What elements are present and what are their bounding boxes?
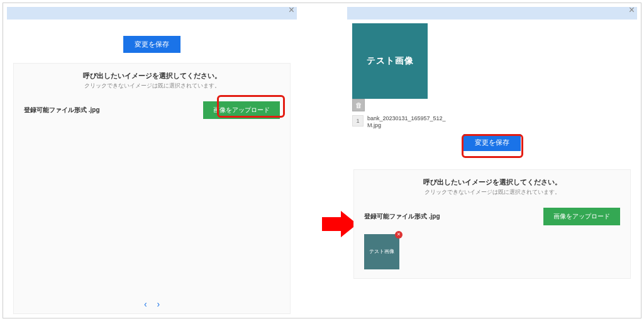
left-topbar: × xyxy=(7,7,297,20)
image-thumbnail[interactable]: テスト画像 × xyxy=(364,234,399,269)
close-icon[interactable]: × xyxy=(629,4,635,16)
close-icon[interactable]: × xyxy=(289,4,294,16)
image-select-card: 呼び出したいイメージを選択してください。 クリックできないイメージは既に選択され… xyxy=(353,169,631,279)
filename-row: 1 bank_20230131_165957_512_M.jpg xyxy=(352,115,637,129)
file-index-badge: 1 xyxy=(352,115,364,127)
save-button[interactable]: 変更を保存 xyxy=(464,134,521,151)
upload-row: 登録可能ファイル形式 .jpg 画像をアップロード xyxy=(23,99,281,121)
card-subtitle: クリックできないイメージは既に選択されています。 xyxy=(23,82,281,90)
outer-frame: × 変更を保存 呼び出したいイメージを選択してください。 クリックできないイメー… xyxy=(3,3,641,318)
format-label: 登録可能ファイル形式 .jpg xyxy=(24,106,100,115)
save-button[interactable]: 変更を保存 xyxy=(123,36,180,53)
image-select-card: 呼び出したいイメージを選択してください。 クリックできないイメージは既に選択され… xyxy=(13,63,291,314)
delete-image-button[interactable]: 🗑 xyxy=(352,99,365,111)
upload-button[interactable]: 画像をアップロード xyxy=(543,208,620,225)
uploaded-image-preview: テスト画像 xyxy=(352,23,428,99)
save-button-wrap: 変更を保存 xyxy=(347,134,637,166)
left-body: 変更を保存 呼び出したいイメージを選択してください。 クリックできないイメージは… xyxy=(7,20,297,314)
card-subtitle: クリックできないイメージは既に選択されています。 xyxy=(363,188,621,196)
upload-button[interactable]: 画像をアップロード xyxy=(203,101,280,119)
card-title: 呼び出したいイメージを選択してください。 xyxy=(363,177,621,187)
trash-icon: 🗑 xyxy=(355,101,362,109)
format-label: 登録可能ファイル形式 .jpg xyxy=(364,212,440,221)
thumbnail-label: テスト画像 xyxy=(369,248,394,255)
right-body: テスト画像 🗑 1 bank_20230131_165957_512_M.jpg… xyxy=(347,20,637,314)
pager-prev-icon[interactable]: ‹ xyxy=(144,299,147,309)
card-title: 呼び出したいイメージを選択してください。 xyxy=(23,71,281,81)
left-panel: × 変更を保存 呼び出したいイメージを選択してください。 クリックできないイメー… xyxy=(7,7,297,314)
upload-row: 登録可能ファイル形式 .jpg 画像をアップロード xyxy=(363,205,621,228)
filename-text: bank_20230131_165957_512_M.jpg xyxy=(367,115,449,129)
transition-arrow xyxy=(303,7,341,314)
pager-next-icon[interactable]: › xyxy=(157,299,160,309)
remove-thumbnail-icon[interactable]: × xyxy=(395,231,402,239)
right-panel: × テスト画像 🗑 1 bank_20230131_165957_512_M.j… xyxy=(347,7,637,314)
thumbnail-row: テスト画像 × xyxy=(363,234,621,269)
pager: ‹ › xyxy=(7,294,297,314)
right-topbar: × xyxy=(347,7,637,20)
